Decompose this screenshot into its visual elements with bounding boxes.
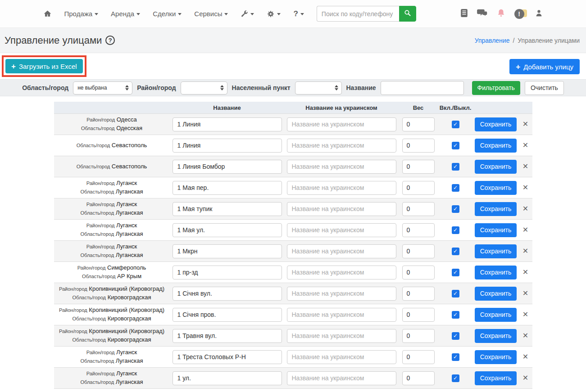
weight-input[interactable] <box>402 266 435 279</box>
weight-input[interactable] <box>402 308 435 322</box>
enabled-checkbox[interactable]: ✓ <box>452 374 459 382</box>
street-name-input[interactable] <box>173 287 282 301</box>
enabled-checkbox[interactable]: ✓ <box>452 353 459 361</box>
close-icon[interactable]: ✕ <box>522 290 528 297</box>
breadcrumb-link-management[interactable]: Управление <box>475 37 510 44</box>
enabled-checkbox[interactable]: ✓ <box>452 226 459 234</box>
street-name-ua-input[interactable] <box>287 139 396 153</box>
filter-button[interactable]: Фильтровать <box>472 81 520 95</box>
street-name-ua-input[interactable] <box>287 371 396 385</box>
street-name-ua-input[interactable] <box>287 266 396 279</box>
street-name-input[interactable] <box>173 308 282 322</box>
street-name-ua-input[interactable] <box>287 244 396 258</box>
alerts-button[interactable]: ! <box>514 9 526 19</box>
save-button[interactable]: Сохранить <box>475 329 517 343</box>
save-button[interactable]: Сохранить <box>475 266 517 279</box>
weight-input[interactable] <box>402 371 435 385</box>
weight-input[interactable] <box>402 350 435 364</box>
street-name-input[interactable] <box>173 181 282 195</box>
save-button[interactable]: Сохранить <box>475 223 517 237</box>
weight-input[interactable] <box>402 139 435 153</box>
close-icon[interactable]: ✕ <box>522 142 528 149</box>
save-button[interactable]: Сохранить <box>475 117 517 131</box>
nav-item-services[interactable]: Сервисы <box>194 10 228 18</box>
close-icon[interactable]: ✕ <box>522 374 528 382</box>
weight-input[interactable] <box>402 202 435 216</box>
nav-item-settings[interactable] <box>267 10 281 18</box>
street-name-input[interactable] <box>173 202 282 216</box>
street-name-ua-input[interactable] <box>287 202 396 216</box>
weight-input[interactable] <box>402 244 435 258</box>
enabled-checkbox[interactable]: ✓ <box>452 311 459 319</box>
enabled-checkbox[interactable]: ✓ <box>452 142 459 149</box>
close-icon[interactable]: ✕ <box>522 205 528 212</box>
weight-input[interactable] <box>402 160 435 174</box>
save-button[interactable]: Сохранить <box>475 202 517 216</box>
street-name-input[interactable] <box>173 350 282 364</box>
close-icon[interactable]: ✕ <box>522 121 528 128</box>
enabled-checkbox[interactable]: ✓ <box>452 184 459 192</box>
help-icon[interactable]: ? <box>105 36 115 45</box>
home-button[interactable] <box>43 9 52 18</box>
upload-excel-button[interactable]: + Загрузить из Excel <box>5 59 83 73</box>
save-button[interactable]: Сохранить <box>475 308 517 322</box>
nav-item-sales[interactable]: Продажа <box>64 10 99 18</box>
street-name-input[interactable] <box>173 329 282 343</box>
street-name-input[interactable] <box>173 266 282 279</box>
close-icon[interactable]: ✕ <box>522 184 528 191</box>
enabled-checkbox[interactable]: ✓ <box>452 121 459 128</box>
street-name-ua-input[interactable] <box>287 329 396 343</box>
weight-input[interactable] <box>402 117 435 131</box>
save-button[interactable]: Сохранить <box>475 244 517 258</box>
name-filter-input[interactable] <box>381 81 464 95</box>
search-button[interactable] <box>399 6 416 22</box>
street-name-input[interactable] <box>173 117 282 131</box>
save-button[interactable]: Сохранить <box>475 350 517 364</box>
street-name-input[interactable] <box>173 160 282 174</box>
close-icon[interactable]: ✕ <box>522 226 528 234</box>
nav-item-rent[interactable]: Аренда <box>111 10 140 18</box>
save-button[interactable]: Сохранить <box>475 181 517 195</box>
settlement-select[interactable] <box>295 81 342 95</box>
close-icon[interactable]: ✕ <box>522 163 528 170</box>
enabled-checkbox[interactable]: ✓ <box>452 248 459 255</box>
region-select[interactable]: не выбрана <box>73 81 132 95</box>
street-name-ua-input[interactable] <box>287 287 396 301</box>
street-name-ua-input[interactable] <box>287 350 396 364</box>
street-name-ua-input[interactable] <box>287 117 396 131</box>
close-icon[interactable]: ✕ <box>522 248 528 255</box>
messages-button[interactable] <box>477 8 488 19</box>
enabled-checkbox[interactable]: ✓ <box>452 290 459 297</box>
journal-button[interactable] <box>460 9 468 19</box>
district-select[interactable] <box>181 81 227 95</box>
nav-item-help[interactable]: ? <box>293 9 304 18</box>
close-icon[interactable]: ✕ <box>522 269 528 276</box>
weight-input[interactable] <box>402 181 435 195</box>
enabled-checkbox[interactable]: ✓ <box>452 332 459 340</box>
street-name-input[interactable] <box>173 244 282 258</box>
save-button[interactable]: Сохранить <box>475 160 517 174</box>
profile-button[interactable] <box>535 9 543 19</box>
street-name-ua-input[interactable] <box>287 181 396 195</box>
clear-button[interactable]: Очистить <box>525 81 564 95</box>
weight-input[interactable] <box>402 329 435 343</box>
street-name-ua-input[interactable] <box>287 308 396 322</box>
nav-item-tools[interactable] <box>241 10 254 18</box>
close-icon[interactable]: ✕ <box>522 353 528 360</box>
weight-input[interactable] <box>402 287 435 301</box>
enabled-checkbox[interactable]: ✓ <box>452 163 459 171</box>
enabled-checkbox[interactable]: ✓ <box>452 205 459 213</box>
save-button[interactable]: Сохранить <box>475 287 517 301</box>
nav-item-deals[interactable]: Сделки <box>153 10 182 18</box>
close-icon[interactable]: ✕ <box>522 332 528 339</box>
notifications-button[interactable] <box>496 8 506 20</box>
save-button[interactable]: Сохранить <box>475 139 517 153</box>
search-input[interactable] <box>317 6 399 22</box>
save-button[interactable]: Сохранить <box>475 371 517 385</box>
street-name-ua-input[interactable] <box>287 223 396 237</box>
enabled-checkbox[interactable]: ✓ <box>452 269 459 276</box>
street-name-ua-input[interactable] <box>287 160 396 174</box>
street-name-input[interactable] <box>173 371 282 385</box>
close-icon[interactable]: ✕ <box>522 311 528 318</box>
weight-input[interactable] <box>402 223 435 237</box>
